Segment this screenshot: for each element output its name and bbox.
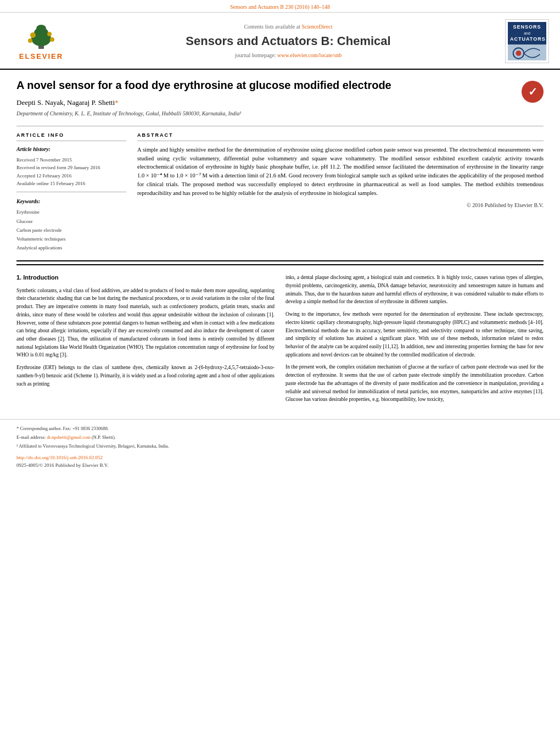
- abstract-column: ABSTRACT A simple and highly sensitive m…: [137, 132, 544, 252]
- footnote-email-link[interactable]: dr.npshetti@gmail.com: [47, 434, 91, 440]
- section1-title: 1. Introduction: [16, 274, 275, 282]
- elsevier-tree-icon: [22, 23, 60, 51]
- available-online-date: Available online 15 February 2016: [16, 180, 126, 187]
- keywords-label: Keywords:: [16, 198, 126, 205]
- footnote-email-suffix: (N.P. Shetti).: [92, 434, 116, 440]
- svg-text:✓: ✓: [528, 86, 537, 98]
- sensors-actuators-logo: SENSORS and ACTUATORS: [505, 19, 549, 63]
- right-paragraph-1: inks, a dental plaque disclosing agent, …: [285, 274, 544, 306]
- svg-point-5: [47, 32, 52, 36]
- keyword-voltammetric: Voltammetric techniques: [16, 235, 126, 243]
- page-wrapper: Sensors and Actuators B 230 (2016) 140–1…: [0, 0, 560, 742]
- footnote-star-text: * Corresponding author. Fax: +91 0836 23…: [16, 426, 109, 431]
- article-info-column: ARTICLE INFO Article history: Received 7…: [16, 132, 126, 252]
- sensors-logo-image: [508, 44, 546, 60]
- doi-section: http://dx.doi.org/10.1016/j.snb.2016.02.…: [16, 453, 544, 462]
- sciencedirect-link[interactable]: ScienceDirect: [301, 24, 332, 30]
- title-area: ✓ A novel sensor for a food dye erythros…: [16, 78, 544, 92]
- abstract-text: A simple and highly sensitive method for…: [137, 146, 544, 198]
- footer: * Corresponding author. Fax: +91 0836 23…: [0, 419, 560, 472]
- intro-paragraph-1: Synthetic colorants, a vital class of fo…: [16, 287, 275, 359]
- elsevier-logo-image: [16, 20, 66, 51]
- article-info-header: ARTICLE INFO: [16, 132, 126, 141]
- corresponding-marker: *: [115, 98, 119, 107]
- section1-name: Introduction: [23, 274, 58, 281]
- keyword-erythrosine: Erythrosine: [16, 208, 126, 216]
- intro-paragraph-2: Erythrosine (ERT) belongs to the class o…: [16, 364, 275, 388]
- body-left-column: 1. Introduction Synthetic colorants, a v…: [16, 274, 275, 408]
- brand-sensors: SENSORS: [510, 24, 544, 31]
- issn-text: 0925-4005/© 2016 Published by Elsevier B…: [16, 462, 544, 469]
- citation-text: Sensors and Actuators B 230 (2016) 140–1…: [230, 4, 330, 10]
- copyright-text: © 2016 Published by Elsevier B.V.: [137, 202, 544, 209]
- abstract-header: ABSTRACT: [137, 132, 544, 141]
- sensors-logo-text: SENSORS and ACTUATORS: [508, 22, 546, 44]
- article-history-label: Article history:: [16, 146, 126, 153]
- body-divider: [16, 260, 544, 261]
- divider: [16, 192, 126, 192]
- homepage-link[interactable]: www.elsevier.com/locate/snb: [277, 52, 341, 58]
- svg-point-6: [28, 38, 32, 43]
- journal-homepage: journal homepage: www.elsevier.com/locat…: [82, 52, 494, 59]
- body-section: 1. Introduction Synthetic colorants, a v…: [16, 264, 544, 408]
- journal-center: Contents lists available at ScienceDirec…: [71, 23, 505, 60]
- body-right-column: inks, a dental plaque disclosing agent, …: [285, 274, 544, 408]
- received-date: Received 7 November 2015: [16, 156, 126, 164]
- article-dates: Received 7 November 2015 Received in rev…: [16, 156, 126, 188]
- author-names: Deepti S. Nayak, Nagaraj P. Shetti*: [16, 98, 119, 107]
- sensors-graphic-icon: [508, 44, 546, 60]
- svg-point-7: [50, 37, 54, 42]
- right-paragraph-2: Owing to the importance, few methods wer…: [285, 310, 544, 359]
- affiliation: Department of Chemistry, K. L. E, Instit…: [16, 110, 544, 118]
- brand-and: and: [510, 31, 544, 36]
- elsevier-logo: ELSEVIER: [11, 20, 71, 62]
- top-citation-bar: Sensors and Actuators B 230 (2016) 140–1…: [0, 0, 560, 13]
- authors: Deepti S. Nayak, Nagaraj P. Shetti*: [16, 98, 544, 108]
- article-info-abstract-section: ARTICLE INFO Article history: Received 7…: [16, 126, 544, 252]
- footnote-corresponding: * Corresponding author. Fax: +91 0836 23…: [16, 425, 544, 432]
- footnote-email-label: E-mail address:: [16, 434, 46, 440]
- keyword-analytical: Analytical applications: [16, 243, 126, 252]
- brand-actuators: ACTUATORS: [510, 36, 544, 43]
- svg-point-3: [36, 25, 46, 32]
- article-content: ✓ A novel sensor for a food dye erythros…: [0, 70, 560, 416]
- crossmark-icon: ✓: [522, 81, 544, 103]
- keywords-list: Erythrosine Glucose Carbon paste electro…: [16, 208, 126, 252]
- journal-header: ELSEVIER Contents lists available at Sci…: [0, 13, 560, 70]
- footnote-email: E-mail address: dr.npshetti@gmail.com (N…: [16, 434, 544, 441]
- doi-link[interactable]: http://dx.doi.org/10.1016/j.snb.2016.02.…: [16, 455, 103, 460]
- received-revised-date: Received in revised form 29 January 2016: [16, 164, 126, 171]
- sciencedirect-prefix: Contents lists available at: [244, 24, 300, 30]
- keyword-glucose: Glucose: [16, 217, 126, 226]
- svg-point-10: [516, 51, 522, 56]
- crossmark[interactable]: ✓: [522, 81, 544, 103]
- right-paragraph-3: In the present work, the complex oxidati…: [285, 363, 544, 404]
- section1-number: 1.: [16, 274, 21, 281]
- sciencedirect-line: Contents lists available at ScienceDirec…: [82, 23, 494, 31]
- svg-point-4: [30, 32, 36, 38]
- journal-title: Sensors and Actuators B: Chemical: [82, 33, 494, 50]
- article-title: A novel sensor for a food dye erythrosin…: [16, 78, 544, 92]
- keyword-carbon-paste: Carbon paste electrode: [16, 226, 126, 235]
- footnote-affiliation: ¹ Affiliated to Visvesvaraya Technologic…: [16, 443, 544, 450]
- elsevier-text: ELSEVIER: [19, 52, 63, 62]
- accepted-date: Accepted 12 February 2016: [16, 172, 126, 180]
- homepage-prefix: journal homepage:: [235, 52, 276, 58]
